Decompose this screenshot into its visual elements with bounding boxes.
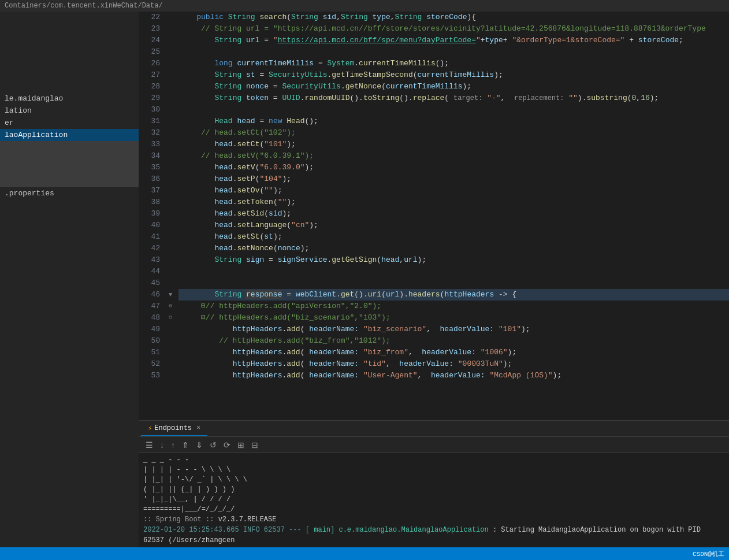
editor-area: 22 23 24 25 26 27 28 29 30 31 32 33 34 3…: [139, 12, 729, 547]
code-line-53: httpHeaders.add( headerName: "User-Agent…: [178, 370, 729, 381]
code-line-40: head.setLanguage("cn");: [178, 220, 729, 231]
toolbar-btn-down-arrow[interactable]: ↓: [158, 439, 166, 451]
ascii-art-line3: | |_| | '-\/ _` | \ \ \ \: [143, 475, 724, 485]
status-bar: CSDN@机工: [0, 547, 729, 560]
toolbar-btn-refresh[interactable]: ↺: [207, 439, 219, 451]
breadcrumb-bar: Containers/com.tencent.xinWeChat/Data/: [0, 0, 729, 12]
console-log-1: 2022-01-20 15:25:43.665 INFO 62537 --- […: [143, 525, 724, 546]
code-line-45: [178, 277, 729, 289]
code-line-32: // head.setCt("102");: [178, 127, 729, 139]
code-line-39: head.setSid(sid);: [178, 208, 729, 220]
console-output: _ _ _ - - - | | | | - - - \ \ \ \ | |_| …: [139, 453, 729, 547]
toolbar-btn-menu[interactable]: ☰: [143, 439, 155, 451]
code-line-24: String url = "https://api.mcd.cn/bff/spc…: [178, 35, 729, 46]
code-line-44: [178, 266, 729, 277]
ascii-art-line1: _ _ _ - - -: [143, 455, 724, 465]
code-line-37: head.setOv("");: [178, 185, 729, 196]
line-numbers: 22 23 24 25 26 27 28 29 30 31 32 33 34 3…: [139, 12, 165, 420]
code-line-51: httpHeaders.add( headerName: "biz_from",…: [178, 347, 729, 358]
code-line-38: head.setToken("");: [178, 196, 729, 208]
code-line-50: // httpHeaders.add("biz_from","1012");: [178, 335, 729, 347]
gutter: ▼ ⊖ ⊖: [165, 12, 176, 420]
toolbar-btn-grid[interactable]: ⊞: [235, 439, 247, 451]
sidebar-item-lation[interactable]: lation: [0, 105, 139, 117]
code-line-28: String nonce = SecurityUtils.getNonce(cu…: [178, 81, 729, 92]
code-line-49: httpHeaders.add( headerName: "biz_scenar…: [178, 324, 729, 335]
toolbar-btn-grid2[interactable]: ⊟: [249, 439, 261, 451]
code-line-25: [178, 46, 729, 58]
breadcrumb-text: Containers/com.tencent.xinWeChat/Data/: [5, 2, 163, 10]
status-right: CSDN@机工: [693, 550, 724, 558]
endpoints-tab[interactable]: ⚡ Endpoints ×: [141, 422, 207, 436]
code-line-35: head.setV("6.0.39.0");: [178, 162, 729, 173]
code-line-34: // head.setV("6.0.39.1");: [178, 150, 729, 162]
ascii-art-line2: | | | | - - - \ \ \ \: [143, 465, 724, 475]
toolbar-btn-arrow-up2[interactable]: ⇑: [180, 439, 191, 451]
sidebar: le.maidanglao lation er laoApplication .…: [0, 12, 139, 547]
toolbar-btn-up-arrow[interactable]: ↑: [169, 439, 177, 451]
bottom-panel: ⚡ Endpoints × ☰ ↓ ↑ ⇑ ⇓ ↺ ⟳ ⊞ ⊟ _ _ _ - …: [139, 420, 729, 547]
code-line-27: String st = SecurityUtils.getTimeStampSe…: [178, 69, 729, 81]
code-line-36: head.setP("104");: [178, 173, 729, 185]
toolbar-btn-refresh2[interactable]: ⟳: [221, 439, 233, 451]
code-editor[interactable]: public String search(String sid,String t…: [176, 12, 729, 420]
code-line-48: ⊟// httpHeaders.add("biz_scenario","103"…: [178, 312, 729, 324]
close-tab-icon[interactable]: ×: [196, 424, 200, 432]
code-line-46: String response = webClient.get().uri(ur…: [178, 289, 729, 301]
code-line-30: [178, 104, 729, 116]
ascii-art-line4: ( |_| || (_| | ) ) ) ): [143, 485, 724, 495]
toolbar-btn-arrow-down2[interactable]: ⇓: [194, 439, 205, 451]
code-line-31: Head head = new Head();: [178, 116, 729, 127]
bottom-tabs: ⚡ Endpoints ×: [139, 421, 729, 437]
ascii-art-line6: =========|___/=/_/_/_/: [143, 505, 724, 514]
code-line-52: httpHeaders.add( headerName: "tid", head…: [178, 358, 729, 370]
code-line-22: public String search(String sid,String t…: [178, 12, 729, 23]
code-line-47: ⊟// httpHeaders.add("apiVersion","2.0");: [178, 301, 729, 312]
sidebar-item-application[interactable]: laoApplication: [0, 129, 139, 141]
code-line-42: head.setNonce(nonce);: [178, 243, 729, 254]
sidebar-item-er[interactable]: er: [0, 117, 139, 129]
code-line-23: // String url = "https://api.mcd.cn//bff…: [178, 23, 729, 35]
sidebar-item-properties[interactable]: .properties: [0, 187, 139, 199]
endpoint-icon: ⚡: [148, 424, 152, 433]
code-line-33: head.setCt("101");: [178, 139, 729, 150]
code-line-29: String token = UUID.randomUUID().toStrin…: [178, 92, 729, 104]
ascii-art-line5: ' |_|_|\__, | / / / /: [143, 495, 724, 505]
code-line-41: head.setSt(st);: [178, 231, 729, 243]
sidebar-item-maidanglao[interactable]: le.maidanglao: [0, 92, 139, 105]
spring-version-line: :: Spring Boot :: v2.3.7.RELEASE: [143, 514, 724, 525]
code-line-43: String sign = signService.getGetSign(hea…: [178, 254, 729, 266]
status-csdn: CSDN@机工: [693, 550, 724, 558]
code-line-26: long currentTimeMillis = System.currentT…: [178, 58, 729, 69]
bottom-toolbar: ☰ ↓ ↑ ⇑ ⇓ ↺ ⟳ ⊞ ⊟: [139, 437, 729, 453]
